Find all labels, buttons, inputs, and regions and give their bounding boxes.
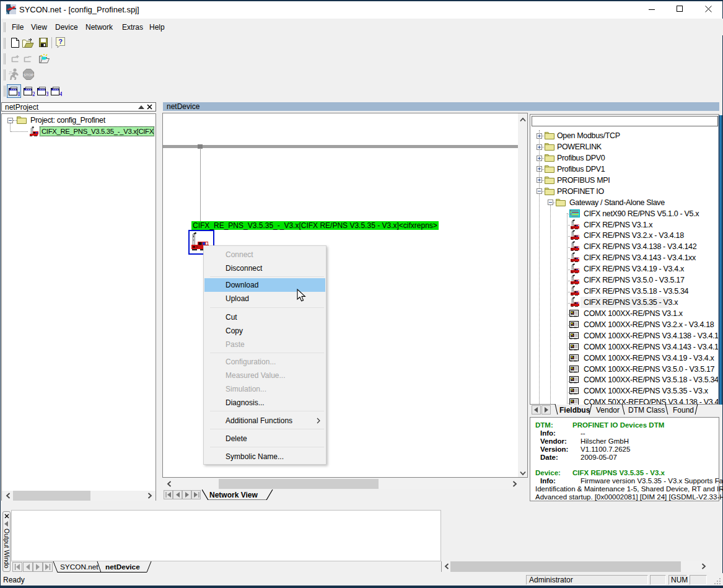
svg-text:1: 1: [17, 90, 20, 97]
svg-text:4: 4: [59, 90, 62, 97]
svg-text:?: ?: [58, 38, 63, 45]
svg-text:STOP: STOP: [24, 72, 34, 77]
svg-text:2: 2: [32, 90, 35, 97]
svg-text:3: 3: [46, 90, 48, 97]
